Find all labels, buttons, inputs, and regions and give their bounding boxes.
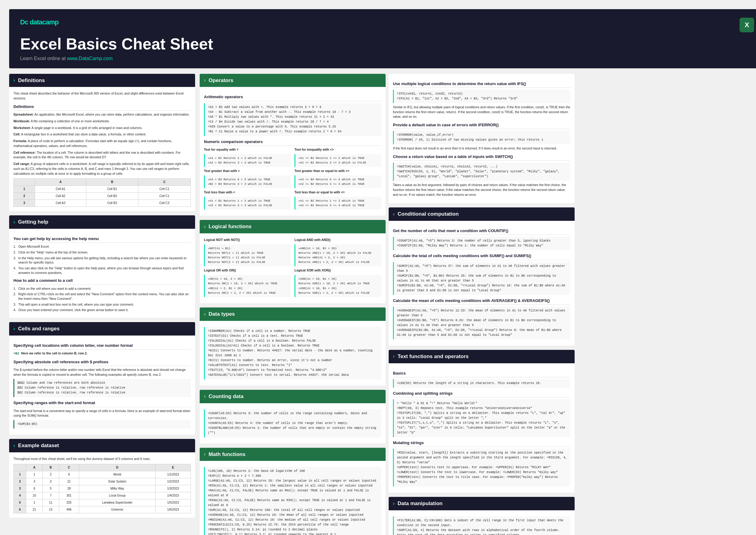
logical-body: Logical NOT with NOT() =NOT(A1 = B1) Ret… <box>200 233 386 303</box>
header: Dc datacamp X Excel Basics Cheat Sheet L… <box>9 9 756 68</box>
page-title: Excel Basics Cheat Sheet <box>20 35 754 53</box>
lt-title: Test less than with < <box>204 190 291 195</box>
definitions-section: › Definitions This cheat sheet describes… <box>9 74 195 211</box>
header-subtitle: Learn Excel online at www.DataCamp.com <box>20 55 754 62</box>
help-step: You can also click on the "Help" button … <box>14 266 191 275</box>
counting-title: Counting data <box>208 393 243 400</box>
len-formula: =LEN(D5) Returns the length of a string … <box>393 379 570 388</box>
logical-section: › Logical functions Logical NOT with NOT… <box>200 220 386 303</box>
def-spreadsheet: Spreadsheet: An application, like Micros… <box>14 112 191 117</box>
not-formulas: =NOT(A1 = B1) Returns NOT(1 = 2) which i… <box>204 244 291 267</box>
data-types-title: Data types <box>208 311 235 318</box>
iferror-formula: =IFERROR(value, value_if_error) =IFERROR… <box>393 131 570 144</box>
switch-title: Choose a return value based on a table o… <box>393 154 570 161</box>
data-types-header: › Data types <box>200 307 386 321</box>
data-manip-header: › Data manipulation <box>389 497 575 510</box>
abs-examples: $B$2 Column and row references are both … <box>14 379 191 397</box>
or-formulas: =OR(A1 > 10, 2 < 20) Returns OR(1 > 10, … <box>204 275 291 297</box>
getting-help-header: › Getting help <box>9 215 195 229</box>
definitions-body: This cheat sheet describes the behavior … <box>9 87 195 211</box>
def-cell-range: Cell range: A group of adjacent cells in… <box>14 162 191 176</box>
cells-ranges-body: Specifying cell locations with column le… <box>9 335 195 435</box>
table-row: 1126World1/1/2023 <box>14 471 191 478</box>
data-manip-formulas: =FILTER(A1:B6, C1:C6>100) Gets a subset … <box>393 517 570 535</box>
table-col-c: C <box>138 179 191 186</box>
range-example: =SUM(B2:B5) <box>14 420 191 429</box>
eq-title: Test for equality with = <box>204 147 291 152</box>
sumif-title: Calculate the total of cells meeting con… <box>393 253 570 260</box>
cells-ranges-arrow: › <box>14 325 15 332</box>
ifs-title: Use multiple logical conditions to deter… <box>393 81 570 88</box>
help-step: Click on the "Help" menu at the top of t… <box>14 250 191 255</box>
data-manip-body: =FILTER(A1:B6, C1:C6>100) Gets a subset … <box>389 510 575 535</box>
operators-section: › Operators Arithmetic operators =A2 + B… <box>200 74 386 216</box>
table-row: 4107301Local Group1/4/2023 <box>14 492 191 499</box>
excel-badge: X <box>740 18 754 32</box>
basics-sub: Basics <box>393 371 570 377</box>
not-or-col: Logical NOT with NOT() =NOT(A1 = B1) Ret… <box>204 238 291 299</box>
cell-ref-table: A B C 1 Cell A1 Cell B1 Cell C1 <box>14 179 191 207</box>
column-2: › Operators Arithmetic operators =A2 + B… <box>198 74 387 535</box>
operators-body: Arithmetic operators =A2 + B3 Add two va… <box>200 87 386 216</box>
and-title: Logical AND with AND() <box>294 238 381 242</box>
getting-help-body: You can get help by accessing the help m… <box>9 229 195 318</box>
xor-title: Logical XOR with XOR() <box>294 268 381 273</box>
counting-body: =COUNT(A5:E5) Returns 3: the number of c… <box>200 403 386 443</box>
example-dataset-body: Throughout most of this cheat sheet, we'… <box>9 452 195 518</box>
def-formula: Formula: A piece of code to perform a ca… <box>14 139 191 149</box>
logical-title: Logical functions <box>208 223 252 230</box>
table-col-b: B <box>86 179 138 186</box>
and-formulas: =AND(A1 > 10, B1 < 20) Returns AND(1 > 1… <box>294 244 381 267</box>
operators-title: Operators <box>208 77 233 84</box>
table-row: 2 Cell A2 Cell B2 Cell C1 <box>14 193 191 200</box>
mutate-sub: Mutating strings <box>393 440 570 447</box>
text-funcs-section: › Text functions and operators Basics =L… <box>389 350 575 493</box>
neq-formulas: =A1 <> B1 Returns 1 <> 2 which is TRUE =… <box>294 154 381 167</box>
gt-title: Test greater than with > <box>204 169 291 174</box>
def-workbook: Workbook: A file containing a collection… <box>14 119 191 124</box>
math-formulas: =LOG(100, 10) Returns 2: the base-10 log… <box>204 467 381 535</box>
avgif-formulas: =AVERAGEIF(A1:A6, ">5") Returns 12.33: t… <box>393 307 570 340</box>
eq-col: Test for equality with = =A1 = B1 Return… <box>204 147 291 211</box>
getting-help-title: Getting help <box>18 218 48 226</box>
math-arrow: › <box>204 451 205 458</box>
example-dataset-header: › Example dataset <box>9 439 195 452</box>
switch-desc: Takes a value as its first argument, fol… <box>393 183 570 197</box>
countif-formulas: =COUNTIF(A1:A6, ">5") Returns 3: the num… <box>393 237 570 250</box>
eq-formulas: =A1 = B1 Returns 1 = 2 which is FALSE =A… <box>204 154 291 167</box>
getting-help-section: › Getting help You can get help by acces… <box>9 215 195 318</box>
comment-step: Right-click or CTRL+click on the cell an… <box>14 292 191 301</box>
def-cell-ref: Cell reference: The location of a cell. … <box>14 150 191 160</box>
arith-formulas: =A2 + B3 Add two values with +. This exa… <box>204 103 381 136</box>
gt-formulas: =A3 > B3 Returns 6 > 5 which is TRUE =B2… <box>204 175 291 188</box>
math-title: Math functions <box>208 451 245 458</box>
column-3: Use multiple logical conditions to deter… <box>387 74 576 535</box>
table-row: 23321Solar System1/2/2023 <box>14 478 191 485</box>
definitions-title: Definitions <box>18 77 45 84</box>
arith-title: Arithmetic operators <box>204 94 381 101</box>
operators-header: › Operators <box>200 74 386 87</box>
loc-example: =B2 Here we refer to the cell in column … <box>14 351 191 356</box>
not-title: Logical NOT with NOT() <box>204 238 291 242</box>
example-data-table: A B C D E 1126World1/1/2023 23321Solar S… <box>14 464 191 513</box>
table-row: 5111325Laniakea Supercluster1/5/2023 <box>14 499 191 506</box>
comparison-grid: Test for equality with = =A1 = B1 Return… <box>204 147 381 211</box>
logo-area: Dc datacamp <box>20 18 59 27</box>
header-url[interactable]: www.DataCamp.com <box>67 56 113 61</box>
numeric-title: Numeric comparison operators <box>204 139 381 146</box>
cells-ranges-title: Cells and ranges <box>18 325 60 332</box>
sumif-formulas: =SUMIF(A1:A6, ">5") Returns 37: the sum … <box>393 262 570 295</box>
or-title: Logical OR with OR() <box>204 268 291 273</box>
comment-step: This will open a small text box next to … <box>14 302 191 307</box>
logical-arrow: › <box>204 223 205 230</box>
logical-header: › Logical functions <box>200 220 386 233</box>
xor-formulas: =XOR(A1 > 10, B1 < 20) Returns XOR(1 > 1… <box>294 275 381 297</box>
text-funcs-title: Text functions and operators <box>397 353 469 360</box>
data-manip-arrow: › <box>393 500 394 507</box>
data-manip-section: › Data manipulation =FILTER(A1:B6, C1:C6… <box>389 497 575 535</box>
data-types-body: =ISNUMBER(A1) Checks if a cell is a numb… <box>200 321 386 385</box>
example-dataset-title: Example dataset <box>18 442 59 449</box>
example-dataset-section: › Example dataset Throughout most of thi… <box>9 439 195 518</box>
counting-formulas: =COUNT(A5:E5) Returns 3: the number of c… <box>204 409 381 437</box>
column-1: › Definitions This cheat sheet describes… <box>9 74 198 535</box>
